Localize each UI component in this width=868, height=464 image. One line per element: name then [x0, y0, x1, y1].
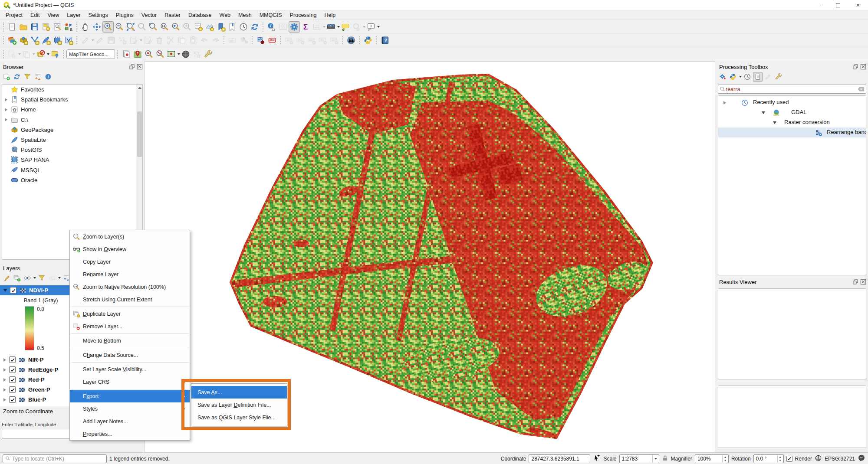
new-shapefile-layer-icon[interactable] [29, 35, 40, 46]
copy-coordinates-icon[interactable] [121, 49, 132, 60]
new-bookmark-icon[interactable] [215, 21, 227, 33]
processing-item-raster-conversion[interactable]: Raster conversion [718, 118, 866, 127]
float-panel-icon[interactable] [852, 279, 858, 285]
show-hidden-labels-icon[interactable]: abc [295, 35, 306, 46]
digitize-icon[interactable] [117, 35, 128, 46]
context-menu-item-zoom-to-native-resolution-100[interactable]: 1:1Zoom to Native Resolution (100%) [70, 281, 190, 293]
menu-edit[interactable]: Edit [26, 11, 44, 19]
toolbar-grip[interactable] [375, 36, 377, 45]
toolbar-grip[interactable] [3, 22, 4, 32]
browser-item-c[interactable]: C:\ [2, 115, 142, 125]
toolbar-grip[interactable] [76, 22, 78, 32]
filter-legend-icon[interactable] [37, 273, 46, 283]
show-statistics-icon[interactable]: Σ [300, 21, 311, 33]
browser-item-home[interactable]: Home [2, 105, 142, 114]
edit-features-in-place-icon[interactable] [763, 72, 773, 82]
chevron-down-icon[interactable] [58, 277, 61, 279]
temporal-controller-icon[interactable] [238, 21, 249, 33]
current-edits-icon[interactable] [80, 35, 91, 46]
float-panel-icon[interactable] [128, 64, 135, 70]
map-tips-icon[interactable] [340, 21, 351, 33]
clear-search-icon[interactable] [858, 86, 865, 92]
filter-browser-icon[interactable] [23, 72, 32, 82]
menu-mmqgis[interactable]: MMQGIS [256, 11, 286, 19]
spin-arrows-icon[interactable]: ▲▼ [722, 455, 728, 462]
toolbar-grip[interactable] [358, 36, 360, 45]
advanced-digitizing-icon[interactable] [128, 35, 139, 46]
layer-visibility-checkbox[interactable] [9, 356, 16, 363]
deselect-features-icon[interactable] [21, 49, 32, 60]
python-console-icon[interactable] [362, 35, 374, 46]
collapse-all-icon[interactable] [33, 72, 43, 82]
collapse-arrow-icon[interactable] [3, 289, 7, 292]
select-by-location-icon[interactable] [49, 49, 61, 60]
manage-map-themes-icon[interactable] [23, 273, 32, 283]
save-project-icon[interactable] [29, 21, 40, 33]
zoom-to-selection-icon[interactable] [136, 21, 148, 33]
spin-arrows-icon[interactable]: ▲▼ [777, 455, 783, 462]
context-menu-item-export[interactable]: Export [70, 390, 190, 402]
toolbar-grip[interactable] [251, 36, 253, 45]
submenu-item-save-as-qgis-layer-style-file[interactable]: Save as QGIS Layer Style File... [191, 411, 287, 424]
undo-icon[interactable] [199, 35, 210, 46]
magnifier-spinbox[interactable]: 100% ▲▼ [695, 454, 729, 463]
history-icon[interactable] [743, 72, 752, 82]
maximize-button[interactable] [828, 0, 848, 10]
cut-features-icon[interactable] [165, 35, 176, 46]
menu-layer[interactable]: Layer [63, 11, 84, 19]
toolbar-grip[interactable] [3, 36, 4, 45]
browser-item-spatialite[interactable]: SpatiaLite [2, 135, 142, 145]
submenu-item-save-as[interactable]: Save As... [191, 386, 287, 399]
processing-item-rearrange-bands[interactable]: Rearrange bands [718, 127, 866, 137]
toolbar-grip[interactable] [262, 22, 264, 32]
context-menu-item-set-layer-scale-visibility[interactable]: Set Layer Scale Visibility... [70, 363, 190, 376]
pan-map-icon[interactable] [80, 21, 91, 33]
browser-item-oracle[interactable]: Oracle [2, 175, 142, 185]
statistical-summary-icon[interactable] [277, 21, 289, 33]
delete-selected-icon[interactable] [154, 35, 165, 46]
label-toolbar-icon[interactable]: ab [255, 35, 266, 46]
browser-item-favorites[interactable]: Favorites [2, 85, 142, 95]
results-viewer-icon[interactable] [753, 72, 763, 82]
toolbar-grip[interactable] [3, 49, 4, 59]
browser-item-sap-hana[interactable]: SAP HANA [2, 155, 142, 165]
toggle-editing-icon[interactable] [94, 35, 105, 46]
menu-settings[interactable]: Settings [85, 11, 112, 19]
toolbar-grip[interactable] [117, 49, 118, 59]
chevron-down-icon[interactable] [377, 26, 380, 28]
context-menu-item-rename-layer[interactable]: Rename Layer [70, 268, 190, 281]
refresh-browser-icon[interactable] [12, 72, 22, 82]
layer-visibility-checkbox[interactable] [9, 386, 16, 393]
chevron-down-icon[interactable] [739, 76, 742, 78]
menu-view[interactable]: View [43, 11, 63, 19]
zoom-native-icon[interactable]: 1:1 [159, 21, 170, 33]
run-feature-action-icon[interactable] [351, 21, 362, 33]
close-panel-icon[interactable] [136, 64, 143, 70]
models-icon[interactable] [718, 72, 727, 82]
save-layer-edits-icon[interactable] [105, 35, 117, 46]
modify-attributes-icon[interactable] [142, 35, 154, 46]
redo-icon[interactable] [210, 35, 221, 46]
pin-labels-icon[interactable]: abc [283, 35, 295, 46]
toolbar-grip[interactable] [223, 36, 225, 45]
context-menu-item-properties[interactable]: Properties... [70, 428, 190, 440]
measure-icon[interactable] [326, 21, 337, 33]
expand-arrow-icon[interactable] [5, 98, 7, 101]
python-scripts-icon[interactable] [728, 72, 738, 82]
select-features-icon[interactable] [7, 49, 18, 60]
context-menu-item-show-in-overview[interactable]: Show in Overview [70, 243, 190, 255]
processing-item-gdal[interactable]: GDALGDAL [718, 108, 866, 118]
context-menu-item-add-layer-notes[interactable]: Add Layer Notes... [70, 415, 190, 428]
new-spatialite-layer-icon[interactable] [40, 35, 52, 46]
plugin-settings-icon[interactable] [203, 49, 214, 60]
minimize-button[interactable] [808, 0, 828, 10]
context-menu-item-change-data-source[interactable]: Change Data Source... [70, 349, 190, 361]
float-panel-icon[interactable] [852, 64, 858, 70]
browser-item-mssql[interactable]: MSSQL [2, 165, 142, 175]
open-layer-styling-icon[interactable] [2, 273, 11, 283]
lock-scale-icon[interactable] [662, 455, 668, 463]
context-menu-item-copy-layer[interactable]: Copy Layer [70, 255, 190, 268]
browser-item-spatial-bookmarks[interactable]: Spatial Bookmarks [2, 95, 142, 105]
processing-search-input[interactable] [726, 86, 858, 92]
new-3d-map-view-icon[interactable] [204, 21, 215, 33]
